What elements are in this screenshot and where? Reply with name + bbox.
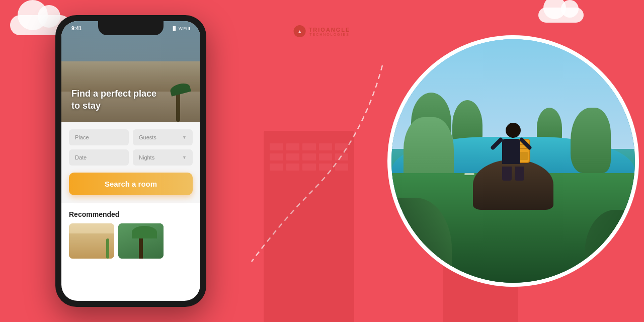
search-row-2: Date Nights ▼ — [69, 149, 193, 166]
person-torso — [502, 139, 520, 164]
traveler-scene — [391, 39, 635, 283]
date-label: Date — [75, 154, 87, 160]
battery-icon: ▮ — [188, 26, 190, 31]
signal-icon: ▐▌ — [172, 26, 177, 31]
nights-label: Nights — [139, 154, 154, 160]
cliff-right — [571, 108, 611, 173]
nights-arrow: ▼ — [182, 155, 187, 160]
nights-field[interactable]: Nights ▼ — [133, 149, 193, 166]
person-body-container — [502, 139, 524, 167]
recommended-cards-row — [69, 223, 193, 259]
place-field[interactable]: Place — [69, 129, 129, 145]
place-label: Place — [75, 134, 89, 140]
guests-arrow: ▼ — [182, 135, 187, 140]
phone-mockup: 9:41 ▐▌ WiFi ▮ — [55, 15, 206, 307]
recommended-card-1[interactable] — [69, 223, 114, 259]
recommended-section: Recommended — [61, 203, 200, 259]
phone-hero-image: Find a perfect place to stay — [61, 21, 200, 122]
person-legs — [502, 167, 524, 181]
logo-name: TRIOANGLE — [309, 27, 351, 33]
wifi-icon: WiFi — [179, 26, 187, 31]
hero-text: Find a perfect place to stay — [71, 88, 156, 112]
search-area: Place Guests ▼ Date Nights ▼ — [61, 122, 200, 203]
recommended-card-2[interactable] — [118, 223, 164, 259]
person-head — [506, 123, 521, 138]
logo-text-group: TRIOANGLE TECHNOLOGIES — [309, 27, 351, 36]
date-field[interactable]: Date — [69, 149, 129, 166]
building-silhouette-center — [254, 121, 364, 322]
phone-frame: 9:41 ▐▌ WiFi ▮ — [55, 15, 206, 307]
traveler-person — [502, 123, 524, 181]
status-icons: ▐▌ WiFi ▮ — [172, 26, 190, 31]
left-leg — [502, 167, 512, 181]
logo-icon: ▲ — [294, 25, 306, 37]
right-leg — [515, 167, 524, 181]
guests-label: Guests — [139, 134, 156, 140]
boat-1 — [464, 173, 474, 175]
search-row-1: Place Guests ▼ — [69, 129, 193, 145]
status-bar: 9:41 ▐▌ WiFi ▮ — [61, 21, 200, 35]
search-room-button[interactable]: Search a room — [69, 173, 193, 195]
traveler-photo-circle — [387, 35, 639, 287]
phone-screen: 9:41 ▐▌ WiFi ▮ — [61, 21, 200, 301]
logo-area: ▲ TRIOANGLE TECHNOLOGIES — [294, 25, 351, 37]
right-photo-section — [352, 0, 644, 322]
status-time: 9:41 — [71, 26, 82, 31]
guests-field[interactable]: Guests ▼ — [133, 129, 193, 145]
recommended-title: Recommended — [69, 210, 193, 218]
logo-subtitle: TECHNOLOGIES — [309, 33, 351, 36]
